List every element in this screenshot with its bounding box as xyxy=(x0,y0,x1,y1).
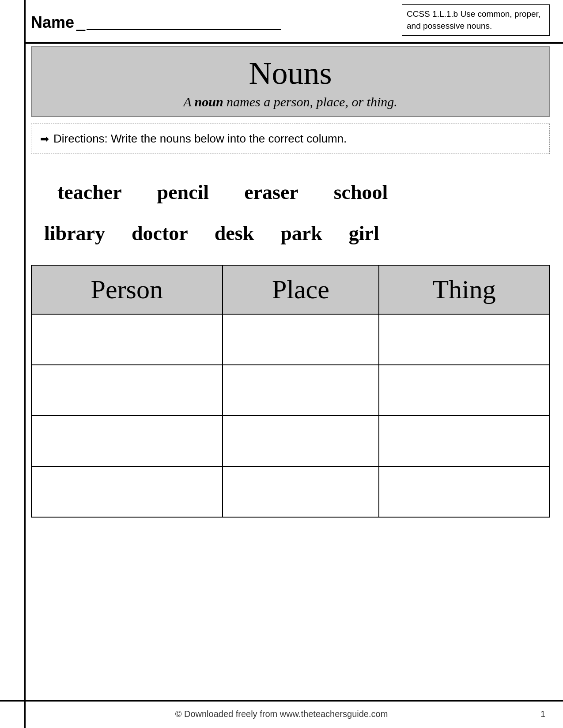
bottom-border xyxy=(0,700,563,702)
footer: © Downloaded freely from www.theteachers… xyxy=(0,709,563,719)
arrow-icon: ➡ xyxy=(40,133,49,145)
word-library: library xyxy=(44,221,105,245)
cell-place-3[interactable] xyxy=(223,416,379,466)
worksheet-page: Name _ CCSS 1.L.1.b Use common, proper, … xyxy=(0,0,563,728)
top-thick-border xyxy=(24,42,563,44)
word-park: park xyxy=(280,221,322,245)
worksheet-title: Nouns xyxy=(41,55,540,92)
table-row xyxy=(31,314,549,365)
cell-thing-1[interactable] xyxy=(379,314,549,365)
cell-person-2[interactable] xyxy=(31,365,223,416)
cell-thing-3[interactable] xyxy=(379,416,549,466)
name-section: Name _ xyxy=(31,13,281,32)
word-desk: desk xyxy=(215,221,254,245)
table-row xyxy=(31,365,549,416)
name-label: Name xyxy=(31,13,74,32)
word-school: school xyxy=(334,180,388,204)
title-subtitle: A noun names a person, place, or thing. xyxy=(183,94,397,109)
main-content: Nouns A noun names a person, place, or t… xyxy=(31,46,550,518)
word-row-1: teacher pencil eraser school xyxy=(40,180,541,204)
word-eraser: eraser xyxy=(244,180,299,204)
word-teacher: teacher xyxy=(57,180,122,204)
title-sub-prefix: A xyxy=(183,94,194,109)
word-bank: teacher pencil eraser school library doc… xyxy=(31,180,550,245)
column-thing: Thing xyxy=(379,265,549,314)
cell-place-4[interactable] xyxy=(223,466,379,517)
table-header-row: Person Place Thing xyxy=(31,265,549,314)
cell-person-4[interactable] xyxy=(31,466,223,517)
word-pencil: pencil xyxy=(157,180,209,204)
column-place: Place xyxy=(223,265,379,314)
directions-text: Directions: Write the nouns below into t… xyxy=(53,132,347,146)
cell-person-3[interactable] xyxy=(31,416,223,466)
standards-text: CCSS 1.L.1.b Use common, proper, and pos… xyxy=(407,9,540,30)
title-sub-suffix: names a person, place, or thing. xyxy=(223,94,397,109)
cell-thing-2[interactable] xyxy=(379,365,549,416)
cell-place-2[interactable] xyxy=(223,365,379,416)
table-row xyxy=(31,466,549,517)
left-border xyxy=(24,0,26,728)
footer-page-number: 1 xyxy=(519,709,545,719)
column-person: Person xyxy=(31,265,223,314)
word-row-2: library doctor desk park girl xyxy=(40,221,541,245)
title-box: Nouns A noun names a person, place, or t… xyxy=(31,46,550,117)
title-noun-italic: noun xyxy=(195,94,223,109)
standards-box: CCSS 1.L.1.b Use common, proper, and pos… xyxy=(402,4,550,36)
word-doctor: doctor xyxy=(132,221,188,245)
word-girl: girl xyxy=(349,221,379,245)
cell-place-1[interactable] xyxy=(223,314,379,365)
table-row xyxy=(31,416,549,466)
footer-copyright: © Downloaded freely from www.theteachers… xyxy=(44,709,519,719)
cell-thing-4[interactable] xyxy=(379,466,549,517)
directions-box: ➡ Directions: Write the nouns below into… xyxy=(31,124,550,154)
cell-person-1[interactable] xyxy=(31,314,223,365)
noun-table: Person Place Thing xyxy=(31,265,550,518)
name-underline[interactable] xyxy=(87,29,281,30)
